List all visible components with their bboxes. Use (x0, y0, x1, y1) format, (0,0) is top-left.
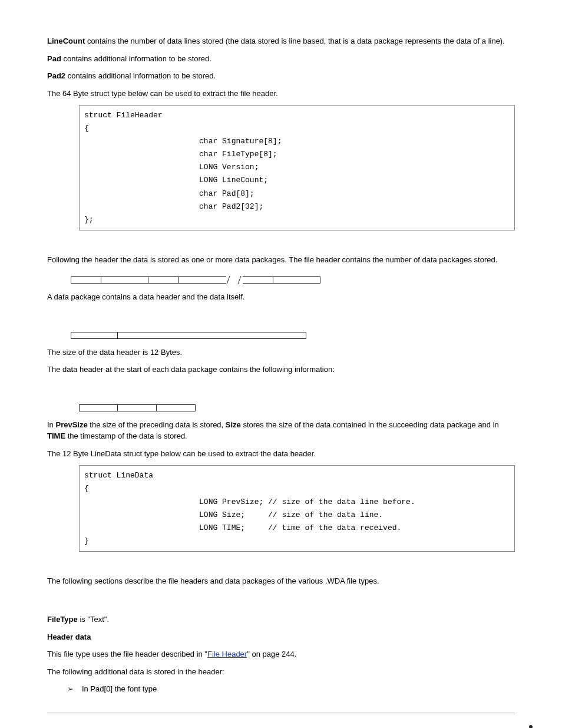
text: the size of the preceding data is stored… (88, 420, 226, 429)
text: " on page 244. (247, 650, 296, 658)
heading-header-data: Header data (47, 631, 515, 643)
link-file-header[interactable]: File Header (207, 650, 247, 658)
diagram-cell (243, 276, 273, 284)
paragraph-this-file-type: This file type uses the file header desc… (47, 648, 515, 660)
paragraph-size-12: The size of the data header is 12 Bytes. (47, 347, 515, 358)
text: the timestamp of the data is stored. (65, 431, 187, 440)
paragraph-data-header-contains: The data header at the start of each dat… (47, 364, 515, 375)
diagram-cell (179, 276, 226, 284)
diagram-cell (71, 276, 101, 284)
text: is "Text". (78, 615, 109, 624)
list-item-text: In Pad[0] the font type (82, 683, 157, 695)
paragraph-pad: Pad contains additional information to b… (47, 53, 515, 65)
paragraph-filetype: FileType is "Text". (47, 614, 515, 625)
paragraph-pad2: Pad2 contains additional information to … (47, 70, 515, 82)
diagram-cell (118, 332, 306, 339)
term-filetype: FileType (47, 615, 78, 624)
diagram-cell (118, 404, 157, 411)
diagram-cell (79, 404, 118, 411)
diagram-cell (71, 332, 118, 339)
text: contains additional information to be st… (65, 71, 216, 80)
footer-dot-icon (529, 725, 533, 728)
paragraph-following-sections: The following sections describe the file… (47, 575, 515, 587)
diagram-cell (101, 276, 148, 284)
term-time: TIME (47, 431, 65, 440)
diagram-cell (157, 404, 196, 411)
text: stores the size of the data contained in… (241, 420, 499, 429)
break-icon (226, 276, 234, 284)
break-icon (234, 276, 243, 284)
list-item: ➢ In Pad[0] the font type (67, 683, 515, 695)
paragraph-64byte: The 64 Byte struct type below can be use… (47, 88, 515, 100)
paragraph-12byte: The 12 Byte LineData struct type below c… (47, 448, 515, 460)
paragraph-following-header: Following the header the data is stored … (47, 254, 515, 266)
term-pad2: Pad2 (47, 71, 65, 80)
code-fileheader-struct: struct FileHeader { char Signature[8]; c… (79, 105, 515, 230)
diagram-package-structure (71, 331, 515, 340)
paragraph-data-package: A data package contains a data header an… (47, 291, 515, 303)
text: contains additional information to be st… (61, 54, 211, 63)
text: In (47, 420, 55, 429)
term-pad: Pad (47, 54, 61, 63)
diagram-packages-sequence (71, 276, 515, 284)
term-prevsize: PrevSize (55, 420, 87, 429)
term-size: Size (226, 420, 241, 429)
term-linecount: LineCount (47, 37, 85, 45)
text: This file type uses the file header desc… (47, 650, 207, 658)
footer-separator (47, 713, 515, 728)
diagram-data-header-fields (79, 404, 515, 412)
paragraph-prevsize: In PrevSize the size of the preceding da… (47, 419, 515, 442)
diagram-cell (273, 276, 320, 284)
diagram-cell (148, 276, 179, 284)
paragraph-additional-data: The following additional data is stored … (47, 666, 515, 678)
bullet-arrow-icon: ➢ (67, 683, 74, 695)
text: contains the number of data lines stored… (85, 37, 505, 45)
code-linedata-struct: struct LineData { LONG PrevSize; // size… (79, 465, 515, 552)
paragraph-linecount: LineCount contains the number of data li… (47, 35, 515, 47)
